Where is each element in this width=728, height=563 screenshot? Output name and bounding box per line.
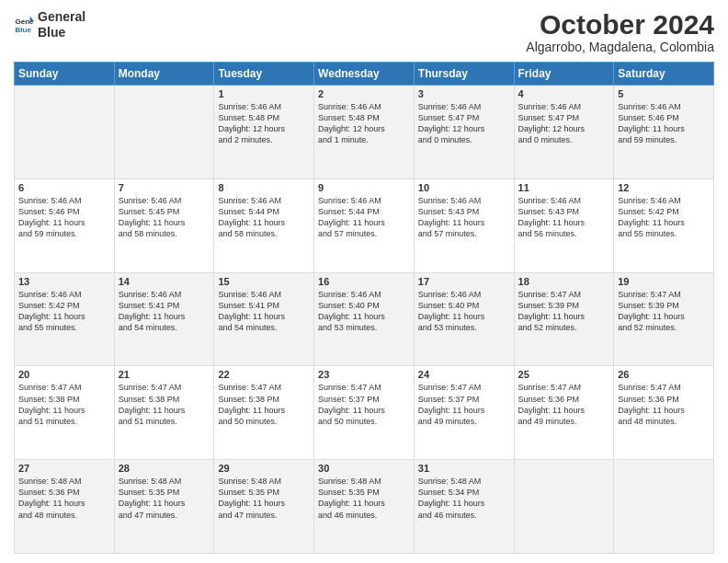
cell-info: Sunrise: 5:47 AM Sunset: 5:39 PM Dayligh… [618,289,710,334]
logo-text-blue: Blue [38,25,85,40]
calendar-cell: 17Sunrise: 5:46 AM Sunset: 5:40 PM Dayli… [414,272,514,366]
cell-info: Sunrise: 5:46 AM Sunset: 5:47 PM Dayligh… [418,101,510,146]
calendar-cell: 30Sunrise: 5:48 AM Sunset: 5:35 PM Dayli… [314,460,415,554]
header: General Blue General Blue October 2024 A… [14,9,714,54]
cell-info: Sunrise: 5:46 AM Sunset: 5:40 PM Dayligh… [318,289,410,334]
calendar-cell: 24Sunrise: 5:47 AM Sunset: 5:37 PM Dayli… [414,366,514,460]
cell-info: Sunrise: 5:46 AM Sunset: 5:41 PM Dayligh… [119,289,210,334]
cell-info: Sunrise: 5:48 AM Sunset: 5:35 PM Dayligh… [318,476,410,521]
calendar-cell: 1Sunrise: 5:46 AM Sunset: 5:48 PM Daylig… [214,86,314,179]
cell-info: Sunrise: 5:47 AM Sunset: 5:37 PM Dayligh… [318,382,410,427]
day-number: 21 [119,369,210,380]
calendar-cell: 10Sunrise: 5:46 AM Sunset: 5:43 PM Dayli… [414,178,514,272]
day-number: 24 [418,369,510,380]
cell-info: Sunrise: 5:46 AM Sunset: 5:41 PM Dayligh… [218,289,310,334]
calendar-cell: 16Sunrise: 5:46 AM Sunset: 5:40 PM Dayli… [314,272,415,366]
week-row-0: 1Sunrise: 5:46 AM Sunset: 5:48 PM Daylig… [15,86,714,179]
calendar-cell [114,86,214,179]
day-number: 14 [119,276,210,287]
cell-info: Sunrise: 5:46 AM Sunset: 5:44 PM Dayligh… [218,195,310,240]
calendar-cell: 28Sunrise: 5:48 AM Sunset: 5:35 PM Dayli… [114,460,214,554]
cell-info: Sunrise: 5:46 AM Sunset: 5:42 PM Dayligh… [618,195,710,240]
main-title: October 2024 [526,9,714,40]
cell-info: Sunrise: 5:48 AM Sunset: 5:36 PM Dayligh… [18,476,110,521]
day-number: 31 [418,463,510,474]
day-number: 9 [318,182,410,193]
day-number: 6 [18,182,110,193]
calendar-cell: 19Sunrise: 5:47 AM Sunset: 5:39 PM Dayli… [614,272,714,366]
cell-info: Sunrise: 5:47 AM Sunset: 5:38 PM Dayligh… [119,382,210,427]
calendar-cell: 4Sunrise: 5:46 AM Sunset: 5:47 PM Daylig… [514,86,614,179]
cell-info: Sunrise: 5:46 AM Sunset: 5:46 PM Dayligh… [18,195,110,240]
day-number: 7 [119,182,210,193]
calendar-cell: 3Sunrise: 5:46 AM Sunset: 5:47 PM Daylig… [414,86,514,179]
calendar-cell: 11Sunrise: 5:46 AM Sunset: 5:43 PM Dayli… [514,178,614,272]
cell-info: Sunrise: 5:47 AM Sunset: 5:36 PM Dayligh… [618,382,710,427]
calendar-cell: 21Sunrise: 5:47 AM Sunset: 5:38 PM Dayli… [114,366,214,460]
day-number: 20 [18,369,110,380]
cell-info: Sunrise: 5:46 AM Sunset: 5:46 PM Dayligh… [618,101,710,146]
cell-info: Sunrise: 5:48 AM Sunset: 5:35 PM Dayligh… [218,476,310,521]
day-number: 29 [218,463,310,474]
calendar-cell: 31Sunrise: 5:48 AM Sunset: 5:34 PM Dayli… [414,460,514,554]
day-number: 8 [218,182,310,193]
calendar-table: SundayMondayTuesdayWednesdayThursdayFrid… [14,62,714,554]
day-number: 3 [418,88,510,99]
day-header-thursday: Thursday [414,63,514,86]
calendar-cell: 7Sunrise: 5:46 AM Sunset: 5:45 PM Daylig… [114,178,214,272]
day-number: 28 [119,463,210,474]
calendar-cell [614,460,714,554]
day-number: 12 [618,182,710,193]
calendar-cell: 20Sunrise: 5:47 AM Sunset: 5:38 PM Dayli… [15,366,115,460]
cell-info: Sunrise: 5:48 AM Sunset: 5:35 PM Dayligh… [119,476,210,521]
calendar-cell: 2Sunrise: 5:46 AM Sunset: 5:48 PM Daylig… [314,86,415,179]
day-number: 16 [318,276,410,287]
cell-info: Sunrise: 5:46 AM Sunset: 5:44 PM Dayligh… [318,195,410,240]
day-number: 25 [518,369,610,380]
cell-info: Sunrise: 5:46 AM Sunset: 5:43 PM Dayligh… [518,195,610,240]
day-number: 13 [18,276,110,287]
page: General Blue General Blue October 2024 A… [0,0,728,563]
week-row-3: 20Sunrise: 5:47 AM Sunset: 5:38 PM Dayli… [15,366,714,460]
day-number: 22 [218,369,310,380]
subtitle: Algarrobo, Magdalena, Colombia [526,40,714,54]
day-header-wednesday: Wednesday [314,63,415,86]
day-number: 15 [218,276,310,287]
calendar-cell: 29Sunrise: 5:48 AM Sunset: 5:35 PM Dayli… [214,460,314,554]
calendar-cell: 12Sunrise: 5:46 AM Sunset: 5:42 PM Dayli… [614,178,714,272]
day-number: 19 [618,276,710,287]
cell-info: Sunrise: 5:47 AM Sunset: 5:36 PM Dayligh… [518,382,610,427]
day-number: 1 [218,88,310,99]
cell-info: Sunrise: 5:47 AM Sunset: 5:37 PM Dayligh… [418,382,510,427]
calendar-cell [15,86,115,179]
calendar-cell: 22Sunrise: 5:47 AM Sunset: 5:38 PM Dayli… [214,366,314,460]
cell-info: Sunrise: 5:47 AM Sunset: 5:38 PM Dayligh… [218,382,310,427]
day-number: 11 [518,182,610,193]
calendar-cell: 13Sunrise: 5:46 AM Sunset: 5:42 PM Dayli… [15,272,115,366]
calendar-cell: 26Sunrise: 5:47 AM Sunset: 5:36 PM Dayli… [614,366,714,460]
day-header-saturday: Saturday [614,63,714,86]
day-number: 17 [418,276,510,287]
day-header-tuesday: Tuesday [214,63,314,86]
cell-info: Sunrise: 5:46 AM Sunset: 5:48 PM Dayligh… [218,101,310,146]
cell-info: Sunrise: 5:47 AM Sunset: 5:38 PM Dayligh… [18,382,110,427]
svg-text:Blue: Blue [15,26,31,34]
day-number: 26 [618,369,710,380]
calendar-cell: 9Sunrise: 5:46 AM Sunset: 5:44 PM Daylig… [314,178,415,272]
calendar-cell: 14Sunrise: 5:46 AM Sunset: 5:41 PM Dayli… [114,272,214,366]
logo-text-general: General [38,9,85,25]
day-header-sunday: Sunday [15,63,115,86]
day-number: 30 [318,463,410,474]
calendar-cell [514,460,614,554]
cell-info: Sunrise: 5:48 AM Sunset: 5:34 PM Dayligh… [418,476,510,521]
week-row-4: 27Sunrise: 5:48 AM Sunset: 5:36 PM Dayli… [15,460,714,554]
cell-info: Sunrise: 5:46 AM Sunset: 5:40 PM Dayligh… [418,289,510,334]
calendar-cell: 27Sunrise: 5:48 AM Sunset: 5:36 PM Dayli… [15,460,115,554]
cell-info: Sunrise: 5:46 AM Sunset: 5:43 PM Dayligh… [418,195,510,240]
cell-info: Sunrise: 5:46 AM Sunset: 5:48 PM Dayligh… [318,101,410,146]
calendar-cell: 18Sunrise: 5:47 AM Sunset: 5:39 PM Dayli… [514,272,614,366]
day-header-monday: Monday [114,63,214,86]
logo-icon: General Blue [14,15,34,35]
calendar-cell: 5Sunrise: 5:46 AM Sunset: 5:46 PM Daylig… [614,86,714,179]
cell-info: Sunrise: 5:46 AM Sunset: 5:47 PM Dayligh… [518,101,610,146]
